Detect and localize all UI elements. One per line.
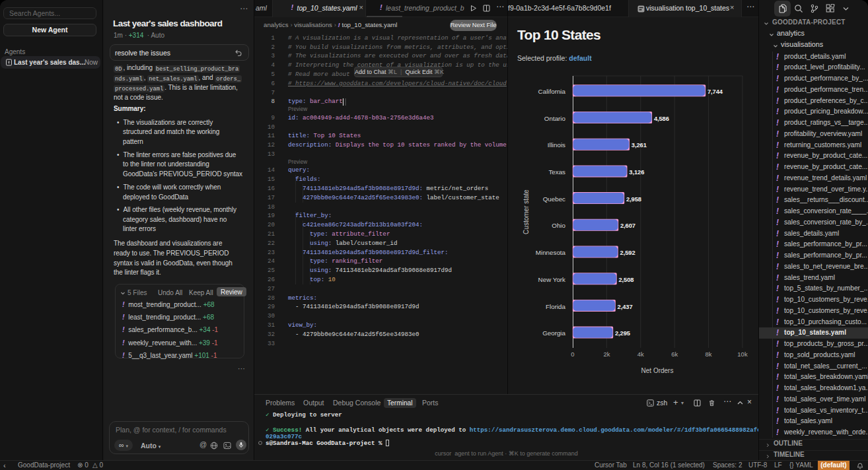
- svg-text:2,607: 2,607: [620, 222, 635, 229]
- svg-text:Texas: Texas: [548, 168, 565, 176]
- svg-text:4k: 4k: [637, 351, 644, 358]
- svg-text:4,586: 4,586: [654, 115, 669, 122]
- svg-text:3,261: 3,261: [632, 141, 647, 149]
- svg-text:7,744: 7,744: [707, 88, 723, 95]
- svg-text:2k: 2k: [603, 351, 610, 358]
- svg-text:2,437: 2,437: [618, 303, 633, 310]
- svg-text:Minnesota: Minnesota: [536, 249, 566, 256]
- svg-text:Ohio: Ohio: [552, 222, 565, 229]
- svg-text:0: 0: [571, 351, 574, 358]
- svg-text:Ontario: Ontario: [544, 115, 566, 122]
- svg-text:New York: New York: [538, 276, 565, 283]
- svg-text:2,508: 2,508: [619, 276, 634, 283]
- svg-text:Quebec: Quebec: [543, 195, 565, 203]
- svg-text:2,295: 2,295: [615, 329, 630, 337]
- svg-text:3,126: 3,126: [629, 168, 644, 176]
- svg-text:6k: 6k: [671, 351, 678, 358]
- svg-text:Net Orders: Net Orders: [641, 367, 674, 374]
- svg-text:Florida: Florida: [546, 303, 565, 310]
- svg-text:California: California: [538, 88, 566, 95]
- svg-text:Customer state: Customer state: [523, 189, 530, 234]
- svg-text:10k: 10k: [737, 351, 748, 358]
- svg-text:2,592: 2,592: [620, 249, 635, 256]
- svg-text:Illinois: Illinois: [548, 141, 565, 149]
- svg-text:8k: 8k: [705, 351, 712, 358]
- svg-text:2,958: 2,958: [626, 195, 641, 203]
- svg-text:Georgia: Georgia: [542, 329, 565, 337]
